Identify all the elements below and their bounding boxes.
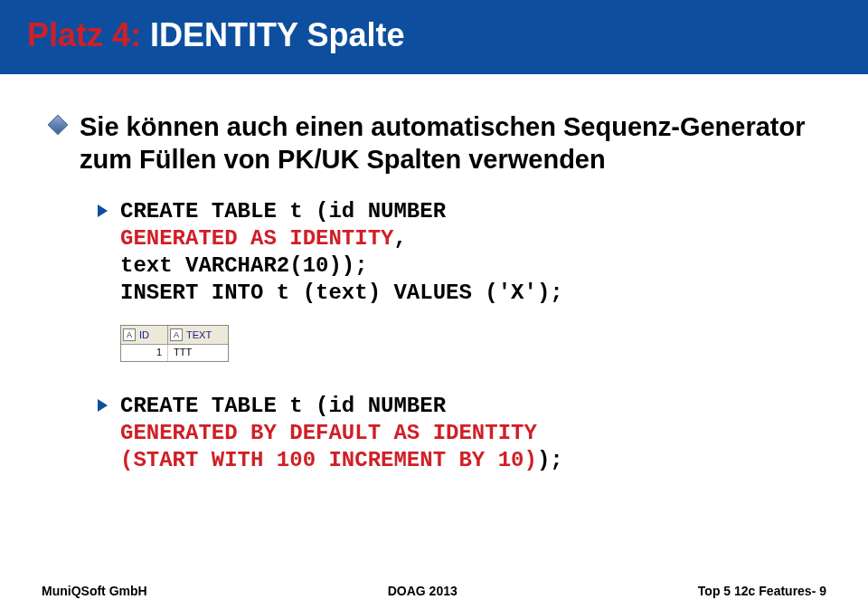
code2-text: CREATE TABLE t (id NUMBER GENERATED BY D… xyxy=(120,393,563,474)
sort-icon: A xyxy=(123,328,136,341)
sort-icon: A xyxy=(170,328,183,341)
footer-center: DOAG 2013 xyxy=(388,584,458,598)
slide-content: Sie können auch einen automatischen Sequ… xyxy=(0,74,868,474)
code-block-2: CREATE TABLE t (id NUMBER GENERATED BY D… xyxy=(98,393,832,474)
cell-text: TTT xyxy=(168,345,228,361)
table-header-id: A ID xyxy=(121,326,168,344)
code-block-1: CREATE TABLE t (id NUMBER GENERATED AS I… xyxy=(98,198,832,307)
main-bullet-row: Sie können auch einen automatischen Sequ… xyxy=(51,110,832,176)
table-header-text: A TEXT xyxy=(168,326,228,344)
code2-row: CREATE TABLE t (id NUMBER GENERATED BY D… xyxy=(98,393,832,474)
col-id-label: ID xyxy=(139,329,149,340)
main-bullet-text: Sie können auch einen automatischen Sequ… xyxy=(80,110,832,176)
code1-row: CREATE TABLE t (id NUMBER GENERATED AS I… xyxy=(98,198,832,307)
slide-title: Platz 4: IDENTITY Spalte xyxy=(27,16,841,54)
triangle-icon xyxy=(98,399,108,412)
cell-id: 1 xyxy=(121,345,168,361)
diamond-icon xyxy=(48,115,69,136)
code1-text: CREATE TABLE t (id NUMBER GENERATED AS I… xyxy=(120,198,563,307)
table-row: 1 TTT xyxy=(121,345,228,361)
title-red: Platz 4: xyxy=(27,16,141,53)
table-header-row: A ID A TEXT xyxy=(121,326,228,345)
col-text-label: TEXT xyxy=(186,329,212,340)
slide-footer: MuniQSoft GmbH DOAG 2013 Top 5 12c Featu… xyxy=(0,584,868,598)
footer-left: MuniQSoft GmbH xyxy=(42,584,147,598)
result-table: A ID A TEXT 1 TTT xyxy=(120,325,229,362)
footer-right: Top 5 12c Features- 9 xyxy=(698,584,826,598)
triangle-icon xyxy=(98,205,108,217)
slide-header: Platz 4: IDENTITY Spalte xyxy=(0,0,868,74)
title-white: IDENTITY Spalte xyxy=(141,16,404,53)
